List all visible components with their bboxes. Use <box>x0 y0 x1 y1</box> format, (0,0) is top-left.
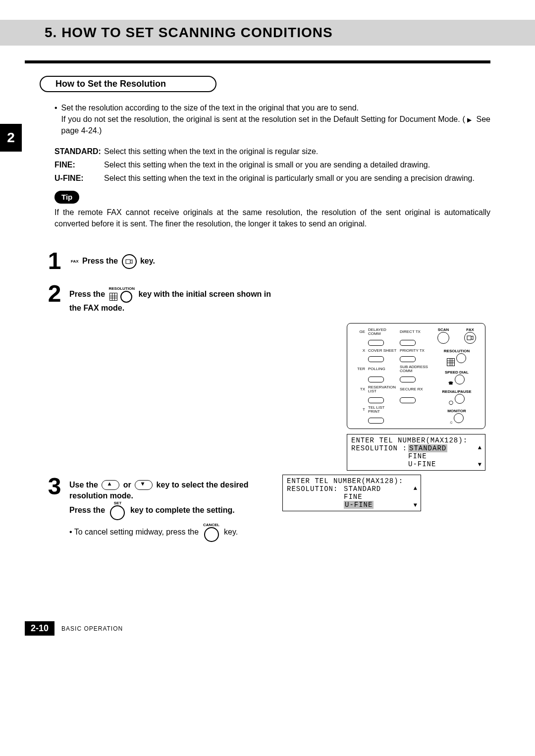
resolution-key-icon <box>120 291 132 303</box>
lcd-option-selected: STANDARD <box>408 444 447 452</box>
tip-label: Tip <box>54 191 79 204</box>
speed-dial-label: SPEED DIAL <box>445 370 469 375</box>
redial-button <box>455 394 465 404</box>
step-number: 3 <box>45 475 64 498</box>
lcd-option: STANDARD <box>344 485 417 493</box>
lcd-option: FINE <box>408 452 481 460</box>
cancel-key-label: CANCEL <box>203 523 220 527</box>
page-footer: 2-10 BASIC OPERATION <box>25 621 490 636</box>
section-label: BASIC OPERATION <box>61 625 123 632</box>
fax-key-icon <box>122 254 137 269</box>
def-ufine: Select this setting when the text in the… <box>104 172 490 184</box>
chapter-side-tab: 2 <box>0 124 22 152</box>
scroll-down-icon: ▼ <box>414 502 418 509</box>
fax-key-label: FAX <box>71 260 79 264</box>
redial-icon: ◯ <box>449 400 453 405</box>
monitor-icon: ♫ <box>449 420 452 425</box>
fax-label: FAX <box>466 327 474 332</box>
step-3: 3 Use the or key to select the desired r… <box>45 475 490 542</box>
step-number: 2 <box>45 282 64 306</box>
resolution-grid-icon <box>109 293 117 301</box>
lcd-option: U-FINE <box>408 460 481 468</box>
speed-dial-button <box>455 375 465 384</box>
panel-button <box>368 340 384 346</box>
scan-button <box>437 332 449 344</box>
term-standard: STANDARD <box>54 147 99 156</box>
page-number: 2-10 <box>25 621 54 636</box>
lcd-line: ENTER TEL NUMBER(MAX128): <box>351 436 481 444</box>
resolution-key-label: RESOLUTION <box>108 287 134 291</box>
lcd-screen-2: ENTER TEL NUMBER(MAX128): RESOLUTION:STA… <box>282 475 421 511</box>
intro-bullet: Set the resolution according to the size… <box>61 104 359 112</box>
fax-button <box>464 332 476 344</box>
step-2: 2 Press the RESOLUTION key with the init… <box>45 282 490 314</box>
lcd-option: FINE <box>344 493 417 501</box>
rule <box>25 60 490 63</box>
chapter-title-band: 5. HOW TO SET SCANNING CONDITIONS <box>0 20 535 46</box>
bullet: • <box>54 102 57 137</box>
lcd-line: ENTER TEL NUMBER(MAX128): <box>287 477 417 485</box>
speed-dial-icon: ☎ <box>448 381 453 385</box>
intro-block: • Set the resolution according to the si… <box>54 102 490 229</box>
step-number: 1 <box>45 249 64 273</box>
lcd-option-selected: U-FINE <box>344 501 374 509</box>
set-key-label: SET <box>108 501 126 505</box>
chapter-title: 5. HOW TO SET SCANNING CONDITIONS <box>45 25 535 41</box>
monitor-button <box>454 413 464 423</box>
term-ufine: U-FINE <box>54 174 81 182</box>
set-key-icon <box>110 505 125 520</box>
resolution-grid-icon <box>447 358 455 366</box>
def-fine: Select this setting when the text in the… <box>104 159 490 170</box>
scan-label: SCAN <box>438 327 449 332</box>
section-heading: How to Set the Resolution <box>40 76 216 92</box>
term-fine: FINE <box>54 161 72 169</box>
svg-rect-0 <box>126 260 130 264</box>
up-key-icon <box>102 480 119 490</box>
scroll-up-icon: ▲ <box>414 485 418 492</box>
tip-text: If the remote FAX cannot receive origina… <box>54 207 490 229</box>
scroll-down-icon: ▼ <box>478 461 482 468</box>
def-standard: Select this setting when the text in the… <box>104 146 490 157</box>
control-panel-diagram: GE DELAYED COMM DIRECT TX X COVER SHEET … <box>347 323 485 429</box>
step-1: 1 FAX Press the key. <box>45 249 490 273</box>
intro-line2: If you do not set the resolution, the or… <box>61 115 465 123</box>
resolution-button <box>456 353 466 363</box>
scroll-up-icon: ▲ <box>478 444 482 451</box>
resolution-label: RESOLUTION <box>444 349 470 353</box>
down-key-icon <box>135 480 153 490</box>
redial-label: REDIAL/PAUSE <box>442 389 472 394</box>
monitor-label: MONITOR <box>447 409 466 413</box>
svg-rect-1 <box>467 336 471 340</box>
step3-sub: • To cancel setting midway, press the CA… <box>69 523 272 542</box>
cancel-key-icon <box>204 527 219 542</box>
lcd-screen-1: ENTER TEL NUMBER(MAX128): RESOLUTION :ST… <box>347 434 485 471</box>
